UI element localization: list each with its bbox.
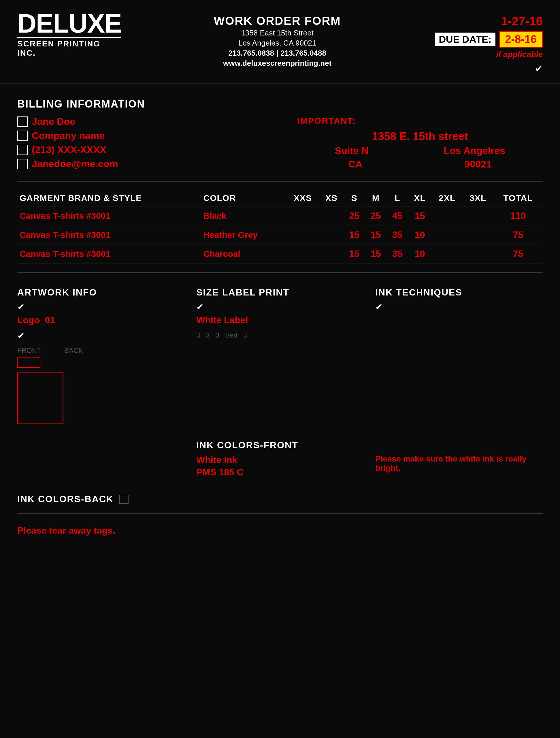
billing-state: CA — [348, 158, 362, 170]
garment-cell-num — [286, 206, 319, 226]
back-label: BACK — [64, 347, 83, 355]
customer-phone: (213) XXX-XXXX — [32, 144, 106, 155]
garment-cell-text: Black — [201, 206, 286, 226]
ink-col-center: INK COLORS-FRONT White Ink PMS 185 C — [196, 440, 364, 479]
col-xl: XL — [408, 190, 432, 206]
garment-cell-num: 35 — [387, 245, 408, 264]
billing-suite: Suite N — [335, 145, 369, 156]
garment-cell-num: 15 — [344, 226, 365, 245]
small-rect — [17, 357, 40, 368]
garment-cell-text: Canvas T-shirts #3001 — [17, 226, 201, 245]
garment-cell-num — [319, 226, 344, 245]
size-option-3: 3 — [215, 331, 219, 339]
logo-sub: SCREEN PRINTING INC. — [17, 37, 121, 58]
garment-cell-num: 15 — [365, 245, 387, 264]
artwork-col: ARTWORK INFO ✔ Logo_01 ✔ FRONT BACK — [17, 287, 185, 425]
ink-front-color1: White Ink — [196, 455, 364, 465]
due-date-value: 2-8-16 — [499, 31, 543, 48]
header-center: WORK ORDER FORM 1358 East 15th Street Lo… — [121, 12, 433, 68]
billing-address-line2: Suite N Los Angelres — [298, 145, 543, 156]
artwork-check-row2: ✔ — [17, 331, 185, 341]
garment-cell-num: 25 — [365, 206, 387, 226]
ink-back-checkbox — [119, 495, 128, 504]
garment-table: GARMENT BRAND & STYLE COLOR XXS XS S M L… — [17, 190, 543, 264]
billing-zip: 90021 — [464, 158, 492, 170]
ink-col-right: Please make sure the white ink is really… — [375, 440, 543, 479]
ink-colors-section: INK COLORS-FRONT White Ink PMS 185 C Ple… — [0, 440, 560, 488]
garment-section: GARMENT BRAND & STYLE COLOR XXS XS S M L… — [0, 181, 560, 272]
garment-cell-text: Canvas T-shirts #3001 — [17, 245, 201, 264]
garment-cell-num — [463, 226, 493, 245]
size-label-options: 3 3 3 Sed 3 — [196, 331, 364, 339]
header-right: 1-27-16 DUE DATE: 2-8-16 if applicable ✔ — [433, 12, 543, 74]
phone-row: (213) XXX-XXXX — [17, 144, 280, 155]
billing-grid: Jane Doe Company name (213) XXX-XXXX Jan… — [17, 116, 543, 172]
col-xxs: XXS — [286, 190, 319, 206]
size-option-4: 3 — [243, 331, 247, 339]
garment-cell-num — [463, 245, 493, 264]
work-order-title: WORK ORDER FORM — [121, 14, 433, 27]
billing-left: Jane Doe Company name (213) XXX-XXXX Jan… — [17, 116, 280, 172]
ink-back-title: INK COLORS-BACK — [17, 494, 113, 504]
header-checkmark: ✔ — [433, 63, 543, 74]
garment-cell-text: Canvas T-shirts #3001 — [17, 206, 201, 226]
garment-cell-num: 110 — [493, 206, 543, 226]
company-checkbox — [17, 130, 28, 141]
table-header-row: GARMENT BRAND & STYLE COLOR XXS XS S M L… — [17, 190, 543, 206]
ink-back-row: INK COLORS-BACK — [17, 494, 543, 504]
garment-cell-num: 45 — [387, 206, 408, 226]
garment-cell-num: 75 — [493, 226, 543, 245]
due-date-row: DUE DATE: 2-8-16 — [433, 31, 543, 48]
billing-address-line1: 1358 E. 15th street — [298, 130, 543, 143]
col-total: TOTAL — [493, 190, 543, 206]
address-line1: 1358 East 15th Street — [121, 29, 433, 37]
customer-name: Jane Doe — [32, 116, 75, 127]
garment-cell-num — [286, 226, 319, 245]
name-row: Jane Doe — [17, 116, 280, 127]
ink-back-section: INK COLORS-BACK — [0, 488, 560, 513]
customer-email: Janedoe@me.com — [32, 158, 118, 169]
if-applicable-text: if applicable — [433, 50, 543, 59]
ink-note-spacer: Please make sure the white ink is really… — [375, 454, 543, 473]
email-checkbox — [17, 159, 28, 169]
garment-cell-num: 10 — [408, 226, 432, 245]
garment-cell-num: 15 — [408, 206, 432, 226]
size-label-col: SIZE LABEL PRINT ✔ White Label 3 3 3 Sed… — [196, 287, 364, 425]
size-option-sed: Sed — [225, 331, 237, 339]
footer-note: Please tear away tags. — [17, 525, 543, 536]
billing-city: Los Angelres — [444, 145, 505, 156]
size-label-value: White Label — [196, 315, 364, 326]
company-row: Company name — [17, 130, 280, 141]
col-s: S — [344, 190, 365, 206]
ink-techniques-checkmark: ✔ — [375, 302, 383, 312]
email-row: Janedoe@me.com — [17, 158, 280, 169]
address-line2: Los Angeles, CA 90021 — [121, 39, 433, 48]
logo-area: DELUXE SCREEN PRINTING INC. — [17, 12, 121, 58]
phone-line: 213.765.0838 | 213.765.0488 — [121, 49, 433, 58]
thumbnail-box — [17, 372, 63, 424]
col-xs: XS — [319, 190, 344, 206]
page-header: DELUXE SCREEN PRINTING INC. WORK ORDER F… — [0, 0, 560, 84]
ink-front-color2: PMS 185 C — [196, 467, 364, 478]
website-line: www.deluxescreenprinting.net — [121, 59, 433, 68]
lower-grid: ARTWORK INFO ✔ Logo_01 ✔ FRONT BACK SIZE… — [17, 287, 543, 425]
artwork-checkmark: ✔ — [17, 302, 24, 312]
thumb-labels: FRONT BACK — [17, 347, 185, 355]
garment-cell-num: 35 — [387, 226, 408, 245]
artwork-thumbnail-area: FRONT BACK — [17, 347, 185, 425]
garment-cell-num: 10 — [408, 245, 432, 264]
col-color: COLOR — [201, 190, 286, 206]
ink-note: Please make sure the white ink is really… — [375, 454, 543, 473]
ink-colors-grid: INK COLORS-FRONT White Ink PMS 185 C Ple… — [17, 440, 543, 479]
artwork-checkmark2: ✔ — [17, 331, 24, 341]
artwork-title: ARTWORK INFO — [17, 287, 185, 298]
table-row: Canvas T-shirts #3001Black25254515110 — [17, 206, 543, 226]
artwork-check-row: ✔ — [17, 302, 185, 312]
garment-cell-num: 25 — [344, 206, 365, 226]
billing-address-line3: CA 90021 — [298, 158, 543, 170]
col-l: L — [387, 190, 408, 206]
size-label-title: SIZE LABEL PRINT — [196, 287, 364, 298]
ink-techniques-check-row: ✔ — [375, 302, 543, 312]
size-label-checkmark: ✔ — [196, 302, 203, 312]
garment-cell-num — [432, 245, 462, 264]
